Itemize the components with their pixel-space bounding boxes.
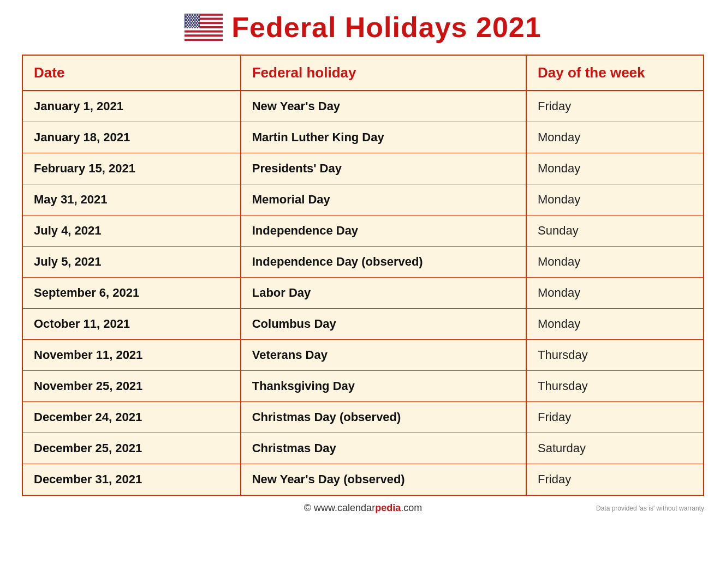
svg-point-20 bbox=[187, 16, 188, 17]
svg-point-30 bbox=[198, 17, 199, 19]
footer-copyright: © www.calendarpedia.com bbox=[304, 502, 422, 514]
cell-date: December 25, 2021 bbox=[23, 433, 241, 464]
svg-point-60 bbox=[191, 27, 192, 28]
holidays-table-container: Date Federal holiday Day of the week Jan… bbox=[22, 55, 704, 496]
svg-point-61 bbox=[193, 27, 194, 28]
cell-date: January 18, 2021 bbox=[23, 122, 241, 153]
svg-point-43 bbox=[189, 22, 191, 23]
svg-point-17 bbox=[193, 14, 194, 15]
svg-point-25 bbox=[186, 17, 187, 19]
svg-point-22 bbox=[192, 16, 193, 17]
table-row: July 4, 2021Independence DaySunday bbox=[23, 215, 703, 247]
cell-holiday: Columbus Day bbox=[241, 309, 526, 340]
col-header-day: Day of the week bbox=[526, 56, 703, 91]
brand-name: pedia bbox=[375, 502, 401, 513]
col-header-holiday: Federal holiday bbox=[241, 56, 526, 91]
table-header-row: Date Federal holiday Day of the week bbox=[23, 56, 703, 91]
svg-point-28 bbox=[193, 17, 194, 19]
cell-date: December 24, 2021 bbox=[23, 402, 241, 433]
cell-holiday: Independence Day bbox=[241, 215, 526, 247]
page-title: Federal Holidays 2021 bbox=[231, 11, 541, 44]
svg-point-19 bbox=[198, 14, 199, 15]
cell-date: October 11, 2021 bbox=[23, 309, 241, 340]
svg-point-31 bbox=[187, 19, 188, 20]
cell-date: December 31, 2021 bbox=[23, 464, 241, 495]
svg-point-54 bbox=[189, 26, 191, 27]
svg-point-53 bbox=[187, 26, 188, 27]
svg-point-23 bbox=[194, 16, 195, 17]
svg-point-18 bbox=[196, 14, 197, 15]
table-row: October 11, 2021Columbus DayMonday bbox=[23, 309, 703, 340]
svg-point-39 bbox=[193, 21, 194, 22]
svg-point-50 bbox=[193, 24, 194, 25]
cell-day: Monday bbox=[526, 278, 703, 309]
svg-point-56 bbox=[194, 26, 195, 27]
table-row: December 31, 2021New Year's Day (observe… bbox=[23, 464, 703, 495]
holidays-table: Date Federal holiday Day of the week Jan… bbox=[23, 56, 703, 495]
table-row: November 25, 2021Thanksgiving DayThursda… bbox=[23, 371, 703, 402]
table-row: January 1, 2021New Year's DayFriday bbox=[23, 91, 703, 122]
svg-point-59 bbox=[188, 27, 189, 28]
table-row: December 24, 2021Christmas Day (observed… bbox=[23, 402, 703, 433]
cell-holiday: Presidents' Day bbox=[241, 153, 526, 184]
cell-day: Sunday bbox=[526, 215, 703, 247]
svg-point-47 bbox=[186, 24, 187, 25]
cell-day: Monday bbox=[526, 247, 703, 278]
svg-point-62 bbox=[196, 27, 197, 28]
table-row: May 31, 2021Memorial DayMonday bbox=[23, 184, 703, 215]
svg-rect-8 bbox=[185, 31, 223, 33]
svg-point-38 bbox=[191, 21, 192, 22]
table-row: February 15, 2021Presidents' DayMonday bbox=[23, 153, 703, 184]
cell-day: Thursday bbox=[526, 371, 703, 402]
cell-holiday: New Year's Day (observed) bbox=[241, 464, 526, 495]
footer-disclaimer: Data provided 'as is' without warranty bbox=[596, 505, 704, 512]
svg-point-14 bbox=[186, 14, 187, 15]
svg-point-27 bbox=[191, 17, 192, 19]
cell-day: Monday bbox=[526, 184, 703, 215]
svg-point-26 bbox=[188, 17, 189, 19]
svg-rect-9 bbox=[185, 33, 223, 35]
cell-holiday: Christmas Day bbox=[241, 433, 526, 464]
svg-point-37 bbox=[188, 21, 189, 22]
page-footer: © www.calendarpedia.com Data provided 'a… bbox=[22, 502, 704, 514]
svg-point-42 bbox=[187, 22, 188, 23]
svg-point-41 bbox=[198, 21, 199, 22]
svg-point-21 bbox=[189, 16, 191, 17]
cell-date: November 11, 2021 bbox=[23, 340, 241, 371]
col-header-date: Date bbox=[23, 56, 241, 91]
table-row: July 5, 2021Independence Day (observed)M… bbox=[23, 247, 703, 278]
svg-point-45 bbox=[194, 22, 195, 23]
svg-point-33 bbox=[192, 19, 193, 20]
svg-point-32 bbox=[189, 19, 191, 20]
svg-point-57 bbox=[197, 26, 198, 27]
us-flag-icon bbox=[185, 14, 223, 41]
svg-point-40 bbox=[196, 21, 197, 22]
table-row: January 18, 2021Martin Luther King DayMo… bbox=[23, 122, 703, 153]
svg-rect-7 bbox=[185, 28, 223, 31]
svg-rect-10 bbox=[185, 34, 223, 37]
svg-point-44 bbox=[192, 22, 193, 23]
svg-rect-12 bbox=[185, 39, 223, 41]
cell-day: Monday bbox=[526, 309, 703, 340]
svg-rect-11 bbox=[185, 37, 223, 39]
page-header: Federal Holidays 2021 bbox=[22, 11, 704, 44]
cell-holiday: Veterans Day bbox=[241, 340, 526, 371]
svg-point-49 bbox=[191, 24, 192, 25]
svg-point-58 bbox=[186, 27, 187, 28]
cell-date: July 4, 2021 bbox=[23, 215, 241, 247]
cell-holiday: Thanksgiving Day bbox=[241, 371, 526, 402]
cell-day: Friday bbox=[526, 402, 703, 433]
svg-point-15 bbox=[188, 14, 189, 15]
cell-date: July 5, 2021 bbox=[23, 247, 241, 278]
svg-point-24 bbox=[197, 16, 198, 17]
svg-point-36 bbox=[186, 21, 187, 22]
table-row: November 11, 2021Veterans DayThursday bbox=[23, 340, 703, 371]
table-row: December 25, 2021Christmas DaySaturday bbox=[23, 433, 703, 464]
svg-point-51 bbox=[196, 24, 197, 25]
svg-point-63 bbox=[198, 27, 199, 28]
cell-holiday: Memorial Day bbox=[241, 184, 526, 215]
cell-day: Saturday bbox=[526, 433, 703, 464]
svg-point-48 bbox=[188, 24, 189, 25]
cell-holiday: Independence Day (observed) bbox=[241, 247, 526, 278]
svg-point-55 bbox=[192, 26, 193, 27]
